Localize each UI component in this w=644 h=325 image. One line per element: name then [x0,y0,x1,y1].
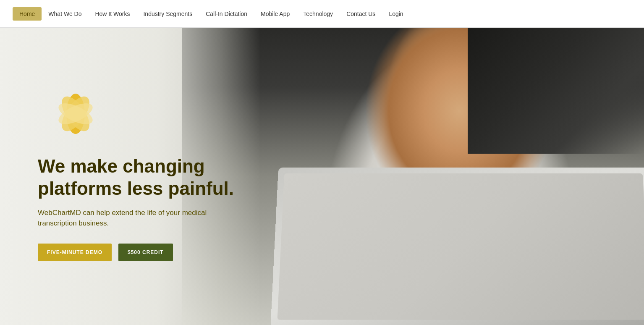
navbar: Home What We Do How It Works Industry Se… [0,0,644,28]
nav-item-how-it-works[interactable]: How It Works [88,7,136,21]
nav-item-mobile-app[interactable]: Mobile App [254,7,296,21]
hero-laptop-image [270,168,644,325]
nav-item-contact-us[interactable]: Contact Us [340,7,382,21]
nav-item-call-in-dictation[interactable]: Call-In Dictation [199,7,254,21]
nav-item-what-we-do[interactable]: What We Do [42,7,88,21]
nav-item-login[interactable]: Login [382,7,410,21]
hero-section: We make changing platforms less painful.… [0,28,644,325]
nav-item-home[interactable]: Home [13,7,42,21]
hero-headline: We make changing platforms less painful. [38,155,239,200]
credit-button[interactable]: $500 CREDIT [118,244,173,261]
demo-button[interactable]: FIVE-MINUTE DEMO [38,244,112,261]
nav-item-industry-segments[interactable]: Industry Segments [136,7,199,21]
nav-item-technology[interactable]: Technology [296,7,340,21]
hero-subtext: WebChartMD can help extend the life of y… [38,207,231,229]
hero-dark-overlay [468,28,644,154]
hero-buttons: FIVE-MINUTE DEMO $500 CREDIT [38,244,239,261]
hero-inner: We make changing platforms less painful.… [38,91,239,261]
logo-flower-icon [38,91,113,141]
